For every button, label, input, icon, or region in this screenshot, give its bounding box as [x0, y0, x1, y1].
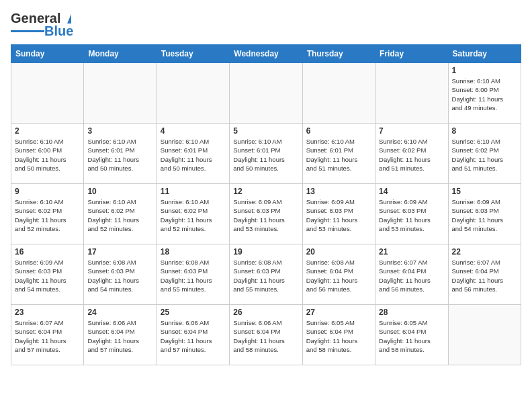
calendar-day-cell: 27Sunrise: 6:05 AM Sunset: 6:04 PM Dayli…: [302, 305, 375, 365]
day-number: 7: [379, 126, 444, 136]
day-info: Sunrise: 6:10 AM Sunset: 6:01 PM Dayligh…: [161, 137, 226, 173]
day-info: Sunrise: 6:10 AM Sunset: 6:01 PM Dayligh…: [306, 137, 371, 173]
day-info: Sunrise: 6:05 AM Sunset: 6:04 PM Dayligh…: [379, 318, 444, 354]
day-number: 19: [233, 247, 298, 257]
day-number: 23: [15, 308, 80, 317]
svg-marker-0: [67, 14, 71, 24]
day-number: 11: [161, 187, 226, 196]
calendar-day-cell: [11, 63, 84, 124]
day-info: Sunrise: 6:08 AM Sunset: 6:03 PM Dayligh…: [87, 258, 152, 293]
calendar-day-cell: 12Sunrise: 6:09 AM Sunset: 6:03 PM Dayli…: [230, 184, 302, 244]
day-number: 2: [15, 126, 80, 136]
calendar-day-cell: 8Sunrise: 6:10 AM Sunset: 6:02 PM Daylig…: [448, 124, 521, 184]
calendar-week-row: 9Sunrise: 6:10 AM Sunset: 6:02 PM Daylig…: [11, 184, 521, 244]
day-info: Sunrise: 6:06 AM Sunset: 6:04 PM Dayligh…: [87, 318, 152, 354]
day-info: Sunrise: 6:06 AM Sunset: 6:04 PM Dayligh…: [161, 318, 226, 354]
calendar-day-cell: [375, 63, 448, 124]
day-info: Sunrise: 6:06 AM Sunset: 6:04 PM Dayligh…: [233, 318, 298, 354]
calendar-day-cell: 24Sunrise: 6:06 AM Sunset: 6:04 PM Dayli…: [84, 305, 157, 365]
weekday-header-friday: Friday: [375, 45, 448, 63]
day-number: 16: [15, 247, 80, 257]
day-number: 3: [87, 126, 152, 136]
day-info: Sunrise: 6:09 AM Sunset: 6:03 PM Dayligh…: [379, 197, 444, 233]
day-info: Sunrise: 6:10 AM Sunset: 6:00 PM Dayligh…: [15, 137, 80, 173]
calendar-day-cell: [448, 305, 521, 365]
calendar-day-cell: 20Sunrise: 6:08 AM Sunset: 6:04 PM Dayli…: [302, 244, 375, 305]
calendar-day-cell: 19Sunrise: 6:08 AM Sunset: 6:03 PM Dayli…: [230, 244, 302, 305]
day-info: Sunrise: 6:09 AM Sunset: 6:03 PM Dayligh…: [306, 197, 371, 233]
calendar-day-cell: 15Sunrise: 6:09 AM Sunset: 6:03 PM Dayli…: [448, 184, 521, 244]
logo-blue: Blue: [44, 24, 73, 39]
day-info: Sunrise: 6:08 AM Sunset: 6:03 PM Dayligh…: [233, 258, 298, 293]
weekday-header-wednesday: Wednesday: [230, 45, 302, 63]
calendar-day-cell: 18Sunrise: 6:08 AM Sunset: 6:03 PM Dayli…: [157, 244, 229, 305]
calendar-day-cell: 23Sunrise: 6:07 AM Sunset: 6:04 PM Dayli…: [11, 305, 84, 365]
day-info: Sunrise: 6:09 AM Sunset: 6:03 PM Dayligh…: [452, 197, 517, 233]
logo: General Blue: [11, 11, 77, 39]
day-info: Sunrise: 6:10 AM Sunset: 6:01 PM Dayligh…: [233, 137, 298, 173]
calendar-day-cell: 16Sunrise: 6:09 AM Sunset: 6:03 PM Dayli…: [11, 244, 84, 305]
day-info: Sunrise: 6:10 AM Sunset: 6:02 PM Dayligh…: [15, 197, 80, 233]
day-number: 1: [452, 66, 517, 75]
day-number: 5: [233, 126, 298, 136]
day-number: 17: [87, 247, 152, 257]
calendar-day-cell: [230, 63, 302, 124]
day-info: Sunrise: 6:10 AM Sunset: 6:00 PM Dayligh…: [452, 77, 517, 112]
calendar-day-cell: 13Sunrise: 6:09 AM Sunset: 6:03 PM Dayli…: [302, 184, 375, 244]
calendar-day-cell: 5Sunrise: 6:10 AM Sunset: 6:01 PM Daylig…: [230, 124, 302, 184]
day-number: 25: [161, 308, 226, 317]
calendar-day-cell: [157, 63, 229, 124]
day-info: Sunrise: 6:10 AM Sunset: 6:01 PM Dayligh…: [87, 137, 152, 173]
day-number: 6: [306, 126, 371, 136]
day-number: 14: [379, 187, 444, 196]
day-info: Sunrise: 6:07 AM Sunset: 6:04 PM Dayligh…: [452, 258, 517, 293]
calendar-day-cell: 22Sunrise: 6:07 AM Sunset: 6:04 PM Dayli…: [448, 244, 521, 305]
day-number: 27: [306, 308, 371, 317]
day-info: Sunrise: 6:08 AM Sunset: 6:04 PM Dayligh…: [306, 258, 371, 293]
calendar-day-cell: 17Sunrise: 6:08 AM Sunset: 6:03 PM Dayli…: [84, 244, 157, 305]
calendar-week-row: 16Sunrise: 6:09 AM Sunset: 6:03 PM Dayli…: [11, 244, 521, 305]
calendar-day-cell: 21Sunrise: 6:07 AM Sunset: 6:04 PM Dayli…: [375, 244, 448, 305]
day-number: 28: [379, 308, 444, 317]
day-number: 9: [15, 187, 80, 196]
calendar-day-cell: 6Sunrise: 6:10 AM Sunset: 6:01 PM Daylig…: [302, 124, 375, 184]
calendar-day-cell: 7Sunrise: 6:10 AM Sunset: 6:02 PM Daylig…: [375, 124, 448, 184]
day-info: Sunrise: 6:10 AM Sunset: 6:02 PM Dayligh…: [379, 137, 444, 173]
day-info: Sunrise: 6:10 AM Sunset: 6:02 PM Dayligh…: [452, 137, 517, 173]
calendar-table: SundayMondayTuesdayWednesdayThursdayFrid…: [11, 44, 521, 365]
calendar-day-cell: 10Sunrise: 6:10 AM Sunset: 6:02 PM Dayli…: [84, 184, 157, 244]
calendar-day-cell: 9Sunrise: 6:10 AM Sunset: 6:02 PM Daylig…: [11, 184, 84, 244]
calendar-day-cell: 14Sunrise: 6:09 AM Sunset: 6:03 PM Dayli…: [375, 184, 448, 244]
calendar-day-cell: [302, 63, 375, 124]
day-info: Sunrise: 6:07 AM Sunset: 6:04 PM Dayligh…: [15, 318, 80, 354]
calendar-week-row: 1Sunrise: 6:10 AM Sunset: 6:00 PM Daylig…: [11, 63, 521, 124]
day-number: 21: [379, 247, 444, 257]
day-info: Sunrise: 6:10 AM Sunset: 6:02 PM Dayligh…: [87, 197, 152, 233]
weekday-header-monday: Monday: [84, 45, 157, 63]
calendar-day-cell: 2Sunrise: 6:10 AM Sunset: 6:00 PM Daylig…: [11, 124, 84, 184]
day-info: Sunrise: 6:08 AM Sunset: 6:03 PM Dayligh…: [161, 258, 226, 293]
day-info: Sunrise: 6:05 AM Sunset: 6:04 PM Dayligh…: [306, 318, 371, 354]
day-number: 10: [87, 187, 152, 196]
calendar-day-cell: 1Sunrise: 6:10 AM Sunset: 6:00 PM Daylig…: [448, 63, 521, 124]
calendar-day-cell: 25Sunrise: 6:06 AM Sunset: 6:04 PM Dayli…: [157, 305, 229, 365]
day-info: Sunrise: 6:09 AM Sunset: 6:03 PM Dayligh…: [15, 258, 80, 293]
calendar-day-cell: 28Sunrise: 6:05 AM Sunset: 6:04 PM Dayli…: [375, 305, 448, 365]
day-info: Sunrise: 6:07 AM Sunset: 6:04 PM Dayligh…: [379, 258, 444, 293]
day-number: 13: [306, 187, 371, 196]
weekday-header-sunday: Sunday: [11, 45, 84, 63]
weekday-header-thursday: Thursday: [302, 45, 375, 63]
calendar-day-cell: 11Sunrise: 6:10 AM Sunset: 6:02 PM Dayli…: [157, 184, 229, 244]
calendar-week-row: 23Sunrise: 6:07 AM Sunset: 6:04 PM Dayli…: [11, 305, 521, 365]
day-info: Sunrise: 6:09 AM Sunset: 6:03 PM Dayligh…: [233, 197, 298, 233]
page-header: General Blue: [11, 11, 521, 39]
calendar-day-cell: 4Sunrise: 6:10 AM Sunset: 6:01 PM Daylig…: [157, 124, 229, 184]
weekday-header-tuesday: Tuesday: [157, 45, 229, 63]
day-number: 22: [452, 247, 517, 257]
calendar-day-cell: 3Sunrise: 6:10 AM Sunset: 6:01 PM Daylig…: [84, 124, 157, 184]
day-number: 24: [87, 308, 152, 317]
day-number: 12: [233, 187, 298, 196]
calendar-day-cell: [84, 63, 157, 124]
day-info: Sunrise: 6:10 AM Sunset: 6:02 PM Dayligh…: [161, 197, 226, 233]
calendar-day-cell: 26Sunrise: 6:06 AM Sunset: 6:04 PM Dayli…: [230, 305, 302, 365]
